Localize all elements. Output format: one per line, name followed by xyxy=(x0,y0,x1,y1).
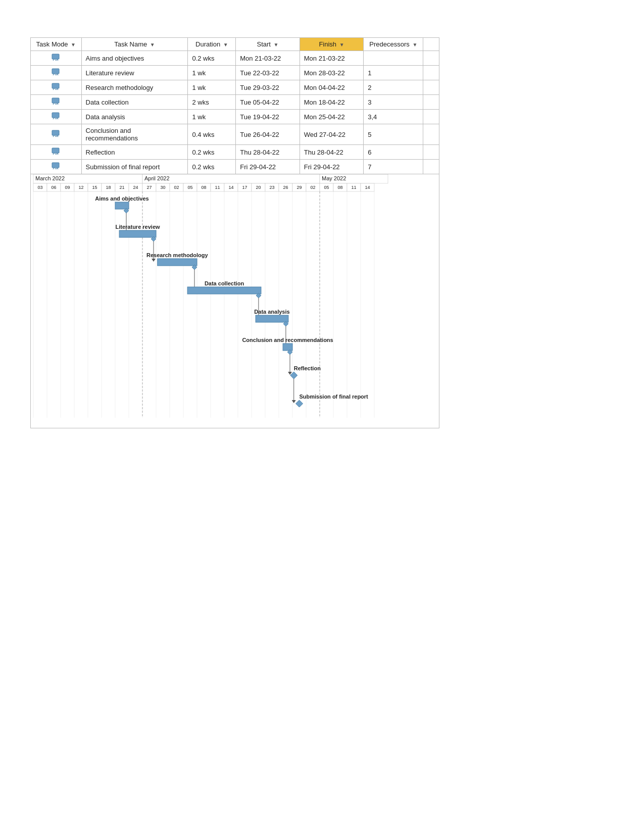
svg-text:30: 30 xyxy=(160,185,165,190)
svg-text:Literature review: Literature review xyxy=(116,224,160,230)
svg-text:08: 08 xyxy=(337,185,342,190)
task-extra xyxy=(423,160,439,174)
task-name: Reflection xyxy=(81,145,188,160)
svg-text:Data collection: Data collection xyxy=(205,280,244,286)
svg-rect-6 xyxy=(52,83,59,88)
task-predecessors: 2 xyxy=(364,80,423,95)
svg-text:12: 12 xyxy=(78,185,83,190)
sort-icon: ▼ xyxy=(150,42,155,47)
table-row: Data collection 2 wks Tue 05-04-22 Mon 1… xyxy=(31,95,439,110)
svg-rect-124 xyxy=(187,287,261,294)
header-task-mode[interactable]: Task Mode ▼ xyxy=(31,38,82,51)
task-predecessors: 3 xyxy=(364,95,423,110)
header-extra xyxy=(423,38,439,51)
svg-text:April 2022: April 2022 xyxy=(144,175,170,181)
svg-text:27: 27 xyxy=(146,185,152,190)
svg-rect-109 xyxy=(115,202,129,209)
task-predecessors: 6 xyxy=(364,145,423,160)
task-start: Mon 21-03-22 xyxy=(236,51,300,66)
svg-text:11: 11 xyxy=(215,185,220,190)
task-name: Aims and objectives xyxy=(81,51,188,66)
svg-rect-18 xyxy=(52,148,59,153)
task-extra xyxy=(423,145,439,160)
task-extra xyxy=(423,110,439,124)
task-name: Conclusion and recommendations xyxy=(81,124,188,145)
task-extra xyxy=(423,95,439,110)
svg-text:20: 20 xyxy=(256,185,261,190)
task-extra xyxy=(423,51,439,66)
svg-text:May 2022: May 2022 xyxy=(322,175,346,181)
svg-text:05: 05 xyxy=(187,185,192,190)
task-finish: Mon 18-04-22 xyxy=(300,95,364,110)
task-predecessors xyxy=(364,51,423,66)
svg-text:18: 18 xyxy=(106,185,111,190)
svg-text:21: 21 xyxy=(119,185,124,190)
sort-icon: ▼ xyxy=(339,42,344,47)
task-duration: 0.2 wks xyxy=(188,145,236,160)
svg-text:14: 14 xyxy=(228,185,233,190)
task-start: Tue 05-04-22 xyxy=(236,95,300,110)
task-finish: Mon 21-03-22 xyxy=(300,51,364,66)
header-predecessors[interactable]: Predecessors ▼ xyxy=(364,38,423,51)
table-row: Conclusion and recommendations 0.4 wks T… xyxy=(31,124,439,145)
svg-rect-0 xyxy=(52,54,59,59)
svg-text:Conclusion and recommendations: Conclusion and recommendations xyxy=(242,337,333,343)
svg-text:06: 06 xyxy=(51,185,56,190)
svg-text:24: 24 xyxy=(133,185,138,190)
svg-marker-143 xyxy=(296,400,303,407)
task-name: Data collection xyxy=(81,95,188,110)
svg-text:08: 08 xyxy=(201,185,206,190)
table-row: Data analysis 1 wk Tue 19-04-22 Mon 25-0… xyxy=(31,110,439,124)
svg-text:03: 03 xyxy=(37,185,42,190)
task-mode-icon xyxy=(31,51,82,66)
task-finish: Wed 27-04-22 xyxy=(300,124,364,145)
svg-rect-9 xyxy=(52,98,59,103)
task-finish: Mon 04-04-22 xyxy=(300,80,364,95)
svg-text:14: 14 xyxy=(365,185,370,190)
header-start[interactable]: Start ▼ xyxy=(236,38,300,51)
task-finish: Fri 29-04-22 xyxy=(300,160,364,174)
svg-text:Data analysis: Data analysis xyxy=(254,309,289,315)
task-name: Literature review xyxy=(81,66,188,80)
svg-text:Research methodology: Research methodology xyxy=(146,252,209,258)
task-predecessors: 7 xyxy=(364,160,423,174)
task-duration: 1 wk xyxy=(188,66,236,80)
task-start: Thu 28-04-22 xyxy=(236,145,300,160)
svg-text:17: 17 xyxy=(242,185,247,190)
table-row: Literature review 1 wk Tue 22-03-22 Mon … xyxy=(31,66,439,80)
svg-rect-129 xyxy=(256,315,288,322)
svg-rect-114 xyxy=(119,230,156,237)
task-mode-icon xyxy=(31,110,82,124)
task-duration: 2 wks xyxy=(188,95,236,110)
task-start: Tue 22-03-22 xyxy=(236,66,300,80)
svg-text:15: 15 xyxy=(92,185,97,190)
svg-text:09: 09 xyxy=(65,185,70,190)
task-start: Fri 29-04-22 xyxy=(236,160,300,174)
gantt-svg: March 2022April 2022May 2022030609121518… xyxy=(31,174,439,428)
task-name: Data analysis xyxy=(81,110,188,124)
task-predecessors: 3,4 xyxy=(364,110,423,124)
task-name: Submission of final report xyxy=(81,160,188,174)
svg-marker-117 xyxy=(152,259,156,262)
task-start: Tue 19-04-22 xyxy=(236,110,300,124)
task-finish: Mon 28-03-22 xyxy=(300,66,364,80)
svg-text:Submission of final report: Submission of final report xyxy=(300,394,369,400)
task-mode-icon xyxy=(31,95,82,110)
task-extra xyxy=(423,66,439,80)
header-duration[interactable]: Duration ▼ xyxy=(188,38,236,51)
header-task-name[interactable]: Task Name ▼ xyxy=(81,38,188,51)
task-extra xyxy=(423,124,439,145)
task-duration: 0.4 wks xyxy=(188,124,236,145)
task-mode-icon xyxy=(31,124,82,145)
sort-icon: ▼ xyxy=(223,42,228,47)
svg-rect-12 xyxy=(52,113,59,118)
table-row: Aims and objectives 0.2 wks Mon 21-03-22… xyxy=(31,51,439,66)
task-finish: Thu 28-04-22 xyxy=(300,145,364,160)
header-finish[interactable]: Finish ▼ xyxy=(300,38,364,51)
table-row: Submission of final report 0.2 wks Fri 2… xyxy=(31,160,439,174)
svg-rect-21 xyxy=(52,163,59,168)
gantt-table: Task Mode ▼ Task Name ▼ Duration ▼ Start… xyxy=(30,37,439,174)
task-extra xyxy=(423,80,439,95)
svg-text:Aims and objectives: Aims and objectives xyxy=(95,195,148,202)
sort-icon: ▼ xyxy=(412,42,417,47)
